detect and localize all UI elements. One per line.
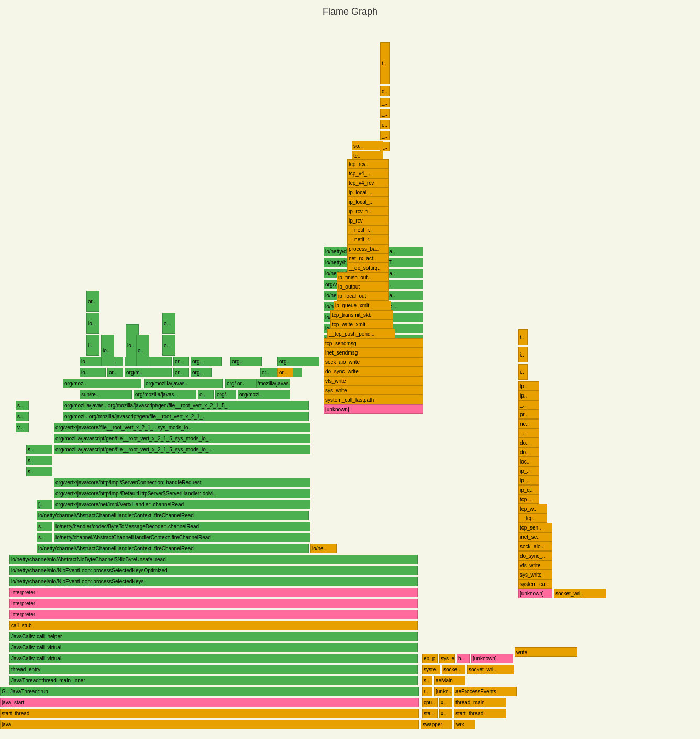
frame-t-far-right[interactable]: t.. <box>518 329 528 345</box>
frame-javacalls-virtual1[interactable]: JavaCalls::call_virtual <box>9 654 418 663</box>
frame-inet_se[interactable]: inet_se.. <box>518 532 552 542</box>
frame-wrk[interactable]: wrk <box>454 720 475 729</box>
frame-org-mozi2[interactable]: org/mozi.. <box>238 390 290 399</box>
frame-start_thread2[interactable]: start_thread <box>454 709 506 718</box>
frame-do_sync-r[interactable]: do_sync_.. <box>518 551 552 560</box>
frame-do_softirq1[interactable]: __do_softirq.. <box>347 263 389 272</box>
frame-io-col2[interactable]: io.. <box>101 335 114 366</box>
frame-sys_write-r[interactable]: sys_write <box>518 570 552 579</box>
frame-nioeventloop-psko[interactable]: io/netty/channel/nio/NioEventLoop:.proce… <box>9 566 418 575</box>
frame-or-right2[interactable]: org.. <box>230 357 262 366</box>
frame-s-row4[interactable]: s.. <box>16 412 29 421</box>
frame-write-right[interactable]: write <box>515 647 577 657</box>
frame-system_call_fastpath[interactable]: system_call_fastpath <box>324 395 423 404</box>
frame-system_ca-r[interactable]: system_ca.. <box>518 579 552 589</box>
frame-tcp_w[interactable]: tcp_w.. <box>518 504 547 513</box>
frame-syste-2[interactable]: syste.. <box>422 665 440 674</box>
frame-vertx-core-file[interactable]: org/vertx/java/core/file__root_vert_x_2_… <box>54 423 310 432</box>
frame-sys_write[interactable]: sys_write <box>324 385 423 395</box>
frame-fire-channel-read[interactable]: io/netty/channel/AbstractChannelHandlerC… <box>37 544 309 553</box>
frame-vfs_write-r[interactable]: vfs_write <box>518 560 552 570</box>
frame-r-2[interactable]: r.. <box>422 687 432 696</box>
frame-cpu[interactable]: cpu.. <box>422 698 438 707</box>
frame-or-col1[interactable]: or.. <box>86 291 99 312</box>
frame-nioeventloop-psk[interactable]: io/netty/channel/nio/NioEventLoop:.proce… <box>9 577 418 586</box>
frame-sock_aio[interactable]: sock_aio.. <box>518 542 552 551</box>
frame-bytetomessage[interactable]: io/netty/handler/codec/ByteToMessageDeco… <box>54 522 310 531</box>
frame-bracket[interactable]: [.. <box>37 500 52 509</box>
frame-socke-2[interactable]: socke.. <box>442 665 465 674</box>
frame-javathread-inner[interactable]: JavaThread::thread_main_inner <box>9 676 418 685</box>
frame-interpreter3[interactable]: Interpreter <box>9 588 418 597</box>
frame-tcp_sendmsg[interactable]: tcp_sendmsg <box>324 338 423 348</box>
frame-sta-2[interactable]: sta.. <box>422 709 438 718</box>
frame-org-row3[interactable]: org/. <box>215 390 236 399</box>
frame-socket_wri[interactable]: socket_wri.. <box>467 665 514 674</box>
frame-io-col4[interactable]: o.. <box>136 335 149 366</box>
frame-ip-1[interactable]: ip_.. <box>518 466 539 476</box>
frame-aeProcessEvents[interactable]: aeProcessEvents <box>454 687 517 696</box>
frame-io-row1[interactable]: io.. <box>80 368 106 377</box>
frame-G-javathread[interactable]: G.. JavaThread::run <box>0 687 419 696</box>
frame-s-handler2[interactable]: s.. <box>37 522 52 531</box>
frame-javacalls-helper[interactable]: JavaCalls::call_helper <box>9 632 418 641</box>
frame-t-top[interactable]: t.. <box>380 42 390 84</box>
frame-org-moz2[interactable]: org/mozilla/javas.. <box>134 390 196 399</box>
frame-dash-far2[interactable]: _.. <box>518 428 539 438</box>
frame-inet_sendmsg[interactable]: inet_sendmsg <box>324 348 423 357</box>
frame-unkn-2[interactable]: [unkn.. <box>434 687 452 696</box>
frame-interpreter1[interactable]: Interpreter <box>9 610 418 619</box>
frame-netif_r2[interactable]: __netif_r.. <box>347 235 389 244</box>
frame-tcp_rcv[interactable]: tcp_rcv.. <box>347 159 389 169</box>
frame-vfs_write[interactable]: vfs_write <box>324 376 423 385</box>
frame-aeMain[interactable]: aeMain <box>434 676 465 685</box>
frame-socket_wri-r[interactable]: socket_wri.. <box>554 589 606 598</box>
frame-pr[interactable]: pr.. <box>518 410 539 419</box>
frame-tcp_push_pend[interactable]: __tcp_push_pendl.. <box>327 329 395 338</box>
frame-s-row1[interactable]: s.. <box>26 467 52 476</box>
frame-defaulthttp[interactable]: org/vertx/java/core/http/impl/DefaultHtt… <box>54 489 310 498</box>
frame-e-top[interactable]: e.. <box>380 120 390 129</box>
frame-moz-js-gen2[interactable]: org/mozilla/javas.. org/mozilla/javascri… <box>63 401 309 410</box>
frame-s-abstractchannel[interactable]: io/netty/channel/AbstractChannelHandlerC… <box>54 533 310 542</box>
frame-or-row2[interactable]: or.. <box>173 368 189 377</box>
frame-unknown-r[interactable]: [unknown] <box>518 589 552 598</box>
frame-ip_local1[interactable]: ip_local_.. <box>347 187 389 197</box>
frame-moz-js-sys1[interactable]: org/mozilla/javascript/gen/file__root_ve… <box>54 445 310 454</box>
frame-s-2[interactable]: s.. <box>422 676 432 685</box>
frame-netif_r1[interactable]: __netif_r.. <box>347 225 389 235</box>
frame-do-1[interactable]: do.. <box>518 438 539 447</box>
frame-so[interactable]: so.. <box>352 141 383 150</box>
frame-ip_output[interactable]: ip_output <box>337 282 389 291</box>
frame-s-row2[interactable]: s.. <box>26 456 52 465</box>
frame-io-fire2[interactable]: io/netty/channel/AbstractChannelHandlerC… <box>37 511 309 520</box>
frame-i-far-right[interactable]: i.. <box>518 347 528 362</box>
frame-process_ba[interactable]: process_ba.. <box>347 244 389 253</box>
frame-v-row[interactable]: v.. <box>16 423 29 432</box>
frame-io-ne[interactable]: io/ne.. <box>310 544 337 553</box>
frame-tcp-r[interactable]: tcp_.. <box>518 494 539 504</box>
frame-tcp_write_xmit[interactable]: tcp_write_xmit <box>330 319 393 329</box>
frame-swapper[interactable]: swapper <box>421 720 452 729</box>
frame-o-col-r2[interactable]: o.. <box>162 313 175 334</box>
frame-ep_p[interactable]: ep_p.. <box>422 654 438 663</box>
frame-ip_queue_xmit[interactable]: ip_queue_xmit <box>334 301 391 310</box>
frame-thread_main[interactable]: thread_main <box>454 698 506 707</box>
frame-dash3[interactable]: _.. <box>380 131 390 140</box>
frame-lp2[interactable]: lp.. <box>518 391 539 400</box>
frame-sock_aio_write[interactable]: sock_aio_write <box>324 357 423 367</box>
frame-s-row5[interactable]: s.. <box>16 401 29 410</box>
frame-unknown2[interactable]: [unknown] <box>471 654 513 663</box>
frame-sys_e-2[interactable]: sys_e.. <box>439 654 455 663</box>
frame-i-far-right2[interactable]: i.. <box>518 364 528 380</box>
frame-ip_local_out[interactable]: ip_local_out <box>337 291 389 301</box>
frame-tcp_transmit_skb[interactable]: tcp_transmit_skb <box>330 310 393 319</box>
frame-do-2[interactable]: do.. <box>518 447 539 457</box>
frame-org-row6[interactable]: or.. <box>236 379 257 388</box>
frame-i-col1[interactable]: i.. <box>86 335 99 356</box>
frame-x-2[interactable]: x.. <box>439 709 452 718</box>
frame-h-2[interactable]: h.. <box>457 654 470 663</box>
frame-ip-2[interactable]: ip_.. <box>518 476 539 485</box>
frame-abstractniobyte[interactable]: io/netty/channel/nio/AbstractNioByteChan… <box>9 555 418 564</box>
frame-org-right1[interactable]: org.. <box>277 357 319 366</box>
